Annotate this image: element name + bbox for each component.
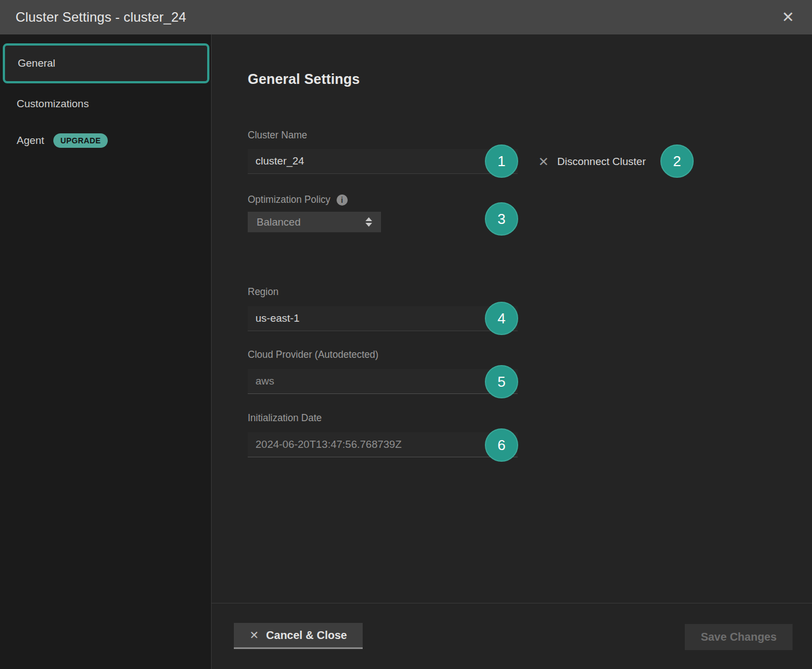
cancel-close-button[interactable]: ✕ Cancel & Close (234, 623, 363, 649)
sidebar-item-agent[interactable]: Agent UPGRADE (0, 122, 211, 159)
step-badge-1: 1 (485, 144, 518, 178)
step-badge-2: 2 (660, 144, 694, 178)
sidebar-item-agent-label: Agent (17, 134, 44, 147)
cancel-x-icon: ✕ (249, 630, 259, 641)
optimization-policy-value: Balanced (257, 216, 300, 228)
close-icon[interactable]: ✕ (779, 9, 796, 26)
dialog-title: Cluster Settings - cluster_24 (16, 9, 186, 25)
cluster-name-input[interactable] (248, 149, 518, 174)
step-badge-5: 5 (485, 365, 518, 398)
cluster-name-label: Cluster Name (248, 129, 307, 141)
optimization-policy-label-text: Optimization Policy (248, 194, 330, 206)
sidebar-item-customizations-label: Customizations (17, 98, 89, 110)
sidebar-item-general-label: General (18, 57, 56, 69)
info-icon[interactable]: i (337, 194, 348, 206)
disconnect-cluster-button[interactable]: ✕ Disconnect Cluster (538, 153, 646, 170)
cloud-provider-label: Cloud Provider (Autodetected) (248, 349, 378, 361)
optimization-policy-select[interactable]: Balanced (248, 212, 381, 232)
dialog-header: Cluster Settings - cluster_24 ✕ (0, 0, 812, 34)
cancel-close-label: Cancel & Close (266, 629, 347, 642)
initialization-date-label: Initialization Date (248, 412, 322, 424)
step-badge-6: 6 (485, 428, 518, 462)
page-title: General Settings (248, 71, 360, 87)
save-changes-button[interactable]: Save Changes (685, 624, 793, 650)
disconnect-cluster-label: Disconnect Cluster (557, 156, 645, 168)
disconnect-x-icon: ✕ (538, 156, 549, 168)
settings-sidebar: General Customizations Agent UPGRADE (0, 34, 212, 669)
step-badge-4: 4 (485, 302, 518, 335)
sidebar-item-general[interactable]: General (3, 43, 209, 83)
upgrade-badge[interactable]: UPGRADE (53, 133, 108, 148)
sidebar-item-customizations[interactable]: Customizations (0, 86, 211, 122)
region-input[interactable] (248, 306, 518, 331)
select-spinner-icon (365, 217, 372, 227)
general-settings-panel: General Settings Cluster Name 1 ✕ Discon… (212, 34, 812, 603)
dialog-footer: ✕ Cancel & Close Save Changes (212, 603, 812, 669)
cloud-provider-input (248, 369, 518, 394)
region-label: Region (248, 286, 278, 298)
initialization-date-input (248, 432, 518, 457)
step-badge-3: 3 (485, 202, 518, 236)
optimization-policy-label: Optimization Policy i (248, 194, 348, 206)
